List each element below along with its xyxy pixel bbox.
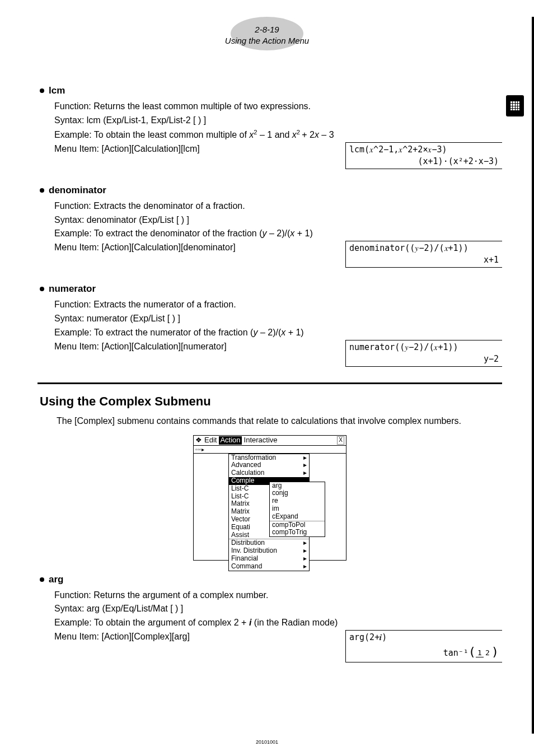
toolbar: ▫▫▫▸ <box>194 446 346 454</box>
menu-item[interactable]: Financial▸ <box>229 555 309 563</box>
numerator-function: Function: Extracts the numerator of a fr… <box>54 298 502 312</box>
page-header: 2-8-19 Using the Action Menu <box>26 20 508 46</box>
menu-item[interactable]: Distribution▸ <box>229 539 309 547</box>
section-title: Using the Action Menu <box>26 35 508 46</box>
numerator-syntax: Syntax: numerator (Exp/List [ ) ] <box>54 312 502 326</box>
lcm-title: lcm <box>38 85 502 96</box>
arg-example: Example: To obtain the argument of compl… <box>54 616 502 630</box>
submenu-item[interactable]: cExpand <box>270 513 325 521</box>
section-numerator: numerator Function: Extracts the numerat… <box>38 283 502 366</box>
menu-action[interactable]: Action <box>219 436 241 445</box>
menu-logo-icon: ❖ <box>195 436 202 445</box>
lcm-example: Example: To obtain the least common mult… <box>54 128 502 142</box>
footer-date: 20101001 <box>0 739 534 745</box>
menu-close-icon[interactable]: X <box>337 436 344 445</box>
numerator-menu-item: Menu Item: [Action][Calculation][numerat… <box>54 340 345 354</box>
arg-calc-output: arg(2+𝒊) tan⁻¹(12) <box>345 630 502 662</box>
section-arg: arg Function: Returns the argument of a … <box>38 574 502 662</box>
numerator-title: numerator <box>38 283 502 295</box>
menu-item[interactable]: Command▸ <box>229 563 309 571</box>
section-denominator: denominator Function: Extracts the denom… <box>38 185 502 268</box>
lcm-syntax: Syntax: lcm (Exp/List-1, Exp/List-2 [ ) … <box>54 114 502 128</box>
complex-heading: Using the Complex Submenu <box>38 394 502 409</box>
submenu-item[interactable]: compToTrig <box>270 529 325 536</box>
menu-item[interactable]: Advanced▸ <box>229 461 309 469</box>
submenu-item[interactable]: conjg <box>270 489 325 497</box>
sub-menu-list: arg conjg re im cExpand compToPol compTo… <box>269 482 325 538</box>
arg-title: arg <box>38 574 502 585</box>
menu-item[interactable]: Calculation▸ <box>229 469 309 477</box>
menu-item[interactable]: Transformation▸ <box>229 454 309 462</box>
section-lcm: lcm Function: Returns the least common m… <box>38 85 502 169</box>
numerator-calc-output: numerator((𝑦−2)/(𝑥+1)) y−2 <box>345 340 502 367</box>
denominator-example: Example: To extract the denominator of t… <box>54 227 502 241</box>
submenu-item[interactable]: re <box>270 497 325 505</box>
numerator-example: Example: To extract the numerator of the… <box>54 326 502 340</box>
submenu-item[interactable]: arg <box>270 482 325 490</box>
menu-edit[interactable]: Edit <box>204 436 217 445</box>
arg-function: Function: Returns the argument of a comp… <box>54 589 502 603</box>
lcm-calc-output: lcm(𝑥^2−1,𝑥^2+2×𝑥−3) (x+1)·(x²+2·x−3) <box>345 142 502 169</box>
submenu-item[interactable]: im <box>270 505 325 513</box>
divider <box>38 382 502 384</box>
denominator-calc-output: denominator((𝑦−2)/(𝑥+1)) x+1 <box>345 241 502 268</box>
arg-menu-item: Menu Item: [Action][Complex][arg] <box>54 630 345 644</box>
section-number: 2-8-19 <box>26 24 508 35</box>
lcm-function: Function: Returns the least common multi… <box>54 100 502 114</box>
arg-syntax: Syntax: arg (Exp/Eq/List/Mat [ ) ] <box>54 602 502 616</box>
menu-screenshot: ❖ Edit Action Interactive X ▫▫▫▸ Transfo… <box>193 435 346 561</box>
submenu-item[interactable]: compToPol <box>270 521 325 529</box>
lcm-menu-item: Menu Item: [Action][Calculation][lcm] <box>54 142 345 156</box>
calculator-icon <box>506 95 524 116</box>
complex-description: The [Complex] submenu contains commands … <box>38 414 502 427</box>
denominator-function: Function: Extracts the denominator of a … <box>54 199 502 213</box>
menu-interactive[interactable]: Interactive <box>244 436 278 445</box>
denominator-syntax: Syntax: denominator (Exp/List [ ) ] <box>54 213 502 227</box>
denominator-title: denominator <box>38 185 502 196</box>
denominator-menu-item: Menu Item: [Action][Calculation][denomin… <box>54 241 345 255</box>
menu-item[interactable]: Inv. Distribution▸ <box>229 547 309 555</box>
